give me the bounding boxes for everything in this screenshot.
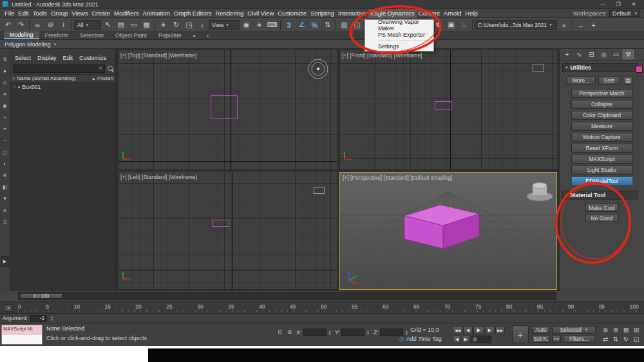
- display-shapes-icon[interactable]: ◇: [1, 79, 9, 86]
- argument-spinner[interactable]: ▲▼: [50, 316, 53, 321]
- explorer-menu-customize[interactable]: Customize: [77, 55, 109, 61]
- key-back-icon[interactable]: ◀: [453, 336, 461, 343]
- ribbon-section-header[interactable]: Polygon Modeling ▾: [0, 40, 644, 49]
- menu-rendering[interactable]: Rendering: [213, 9, 245, 18]
- x-coordinate-field[interactable]: [303, 329, 327, 336]
- y-coordinate-field[interactable]: [341, 329, 365, 336]
- modify-tab-icon[interactable]: ∿: [574, 50, 585, 59]
- key-filters-icon[interactable]: ⊶: [552, 335, 561, 343]
- measure-button[interactable]: Measure: [571, 122, 633, 131]
- explorer-menu-edit[interactable]: Edit: [61, 55, 76, 61]
- select-and-manipulate-icon[interactable]: ∗: [253, 19, 265, 31]
- utilities-config-icon[interactable]: ▤: [623, 76, 633, 85]
- zoom-all-icon[interactable]: ⊜: [611, 325, 621, 334]
- reset-xform-button[interactable]: Reset XForm: [571, 144, 633, 153]
- mirror-icon[interactable]: ◫: [351, 19, 363, 31]
- menu-civil-view[interactable]: Civil View: [245, 9, 276, 18]
- z-spinner[interactable]: ▲▼: [405, 330, 408, 335]
- make-cool-button[interactable]: Make Cool: [585, 204, 619, 212]
- time-slider-track[interactable]: 0 / 100: [18, 292, 556, 300]
- ribbon-config-icon[interactable]: ▪: [201, 32, 214, 39]
- render-production-icon[interactable]: ♨: [458, 19, 470, 31]
- motion-capture-button[interactable]: Motion Capture: [571, 133, 633, 142]
- x-spinner[interactable]: ▲▼: [328, 330, 332, 335]
- unlink-selection-icon[interactable]: ⊘: [44, 19, 57, 31]
- select-and-rotate-icon[interactable]: ↻: [170, 19, 182, 31]
- menu-group[interactable]: Group: [49, 9, 70, 18]
- key-forward-icon[interactable]: ▶: [462, 336, 470, 343]
- track-bar-mode-icon[interactable]: ≡: [4, 304, 13, 312]
- viewport-top[interactable]: [+] [Top] [Standard] [Wireframe]: [118, 50, 337, 170]
- utilities-tab-icon[interactable]: ⚒: [623, 50, 634, 59]
- select-object-icon[interactable]: ↖: [102, 19, 114, 31]
- named-selection-sets-icon[interactable]: ▥: [338, 19, 350, 31]
- undo-icon[interactable]: ↶: [2, 19, 14, 31]
- ribbon-minimize-icon[interactable]: ▴: [187, 32, 202, 39]
- auto-key-button[interactable]: Auto: [532, 326, 550, 334]
- zoom-icon[interactable]: ⊕: [600, 325, 611, 334]
- display-helpers-icon[interactable]: +: [1, 113, 9, 121]
- filters-button[interactable]: Filters...: [563, 335, 595, 343]
- sets-button[interactable]: Sets: [598, 76, 620, 85]
- percent-snap-icon[interactable]: %: [308, 19, 321, 31]
- workspace-dropdown[interactable]: Default ▾: [609, 10, 640, 17]
- viewport-perspective-label[interactable]: [+] [Perspective] [Standard] [Default Sh…: [343, 175, 452, 181]
- panel-expand-icon[interactable]: ▶: [1, 256, 9, 267]
- perspective-match-button[interactable]: Perspective Match: [571, 89, 633, 98]
- selected-mode-dropdown[interactable]: Selected ▾: [552, 326, 596, 334]
- menu-content[interactable]: Content: [417, 9, 442, 18]
- display-geometry-icon[interactable]: ●: [1, 67, 9, 75]
- current-frame-field[interactable]: 0: [471, 336, 491, 343]
- select-and-scale-icon[interactable]: ◳: [183, 19, 195, 31]
- argument-field[interactable]: -1: [30, 315, 47, 322]
- configure-columns-icon[interactable]: ☰: [1, 218, 9, 225]
- spinner-snap-icon[interactable]: ⇅: [321, 19, 334, 31]
- motion-tab-icon[interactable]: ◎: [598, 50, 609, 59]
- menu-modifiers[interactable]: Modifiers: [112, 9, 141, 18]
- pan-icon[interactable]: ⇄: [600, 334, 611, 343]
- color-clipboard-button[interactable]: Color Clipboard: [571, 111, 633, 120]
- display-containers-icon[interactable]: ▢: [1, 148, 9, 156]
- add-toolbar-icon[interactable]: +: [587, 19, 600, 31]
- reference-coordinate-dropdown[interactable]: View ▾: [209, 20, 240, 30]
- maximize-viewport-toggle-icon[interactable]: ◱: [631, 334, 641, 343]
- no-good-button[interactable]: No Good: [585, 214, 619, 222]
- play-animation-icon[interactable]: ▶: [473, 326, 484, 334]
- go-to-start-icon[interactable]: ◀◀: [453, 326, 462, 334]
- menu-help[interactable]: Help: [463, 9, 480, 18]
- edmodeltool-button[interactable]: EDModelTool: [571, 176, 633, 186]
- utilities-rollout-header[interactable]: ▾ Utilities: [562, 63, 638, 72]
- viewport-left-label[interactable]: [+] [Left] [Standard] [Wireframe]: [120, 174, 197, 180]
- select-and-place-icon[interactable]: ♁: [196, 19, 208, 31]
- track-bar[interactable]: ≡ 0 5 10 15 20 25 30 35 40 45 50 55 60 6…: [0, 301, 644, 314]
- time-slider-handle[interactable]: 0 / 100: [20, 293, 62, 299]
- search-icon[interactable]: [108, 66, 113, 71]
- display-bones-icon[interactable]: ~: [1, 137, 9, 144]
- set-key-button[interactable]: Set K.: [532, 335, 550, 343]
- viewport-top-label[interactable]: [+] [Top] [Standard] [Wireframe]: [120, 52, 196, 59]
- display-materials-icon[interactable]: ◐: [1, 160, 9, 167]
- menu-customize[interactable]: Customize: [276, 9, 308, 18]
- select-and-move-icon[interactable]: +: [157, 19, 169, 31]
- selection-filter-dropdown[interactable]: All ▾: [74, 20, 101, 30]
- rendered-frame-window-icon[interactable]: ▣: [445, 19, 457, 31]
- menu-item-overwing-vapor-maker[interactable]: Overwing Vapor Maker: [365, 20, 433, 30]
- restore-icon[interactable]: ❐: [611, 0, 626, 8]
- more-toolbars-icon[interactable]: »: [558, 19, 570, 31]
- walk-through-icon[interactable]: ⇅: [611, 334, 621, 343]
- menu-scripting[interactable]: Scripting: [308, 9, 336, 18]
- filter-combinations-icon[interactable]: ▼: [1, 195, 9, 202]
- list-item[interactable]: ‹› ● Box001: [10, 82, 115, 91]
- display-cameras-icon[interactable]: ◙: [1, 102, 9, 110]
- menu-arnold[interactable]: Arnold: [442, 9, 463, 18]
- explorer-menu-display[interactable]: Display: [35, 55, 59, 61]
- set-keys-button[interactable]: +: [512, 325, 529, 343]
- viewport-front-label[interactable]: [+] [Front] [Standard] [Wireframe]: [342, 52, 422, 59]
- hierarchy-tab-icon[interactable]: ⊟: [586, 50, 597, 59]
- sort-alphabetical-icon[interactable]: ⇅: [1, 55, 9, 63]
- tab-populate[interactable]: Populate: [153, 32, 187, 39]
- menu-eagle-dynamics[interactable]: Eagle Dynamics: [368, 9, 417, 18]
- add-time-tag[interactable]: Add Time Tag: [406, 336, 442, 342]
- menu-interactive[interactable]: Interactive: [336, 9, 368, 18]
- menu-create[interactable]: Create: [90, 9, 112, 18]
